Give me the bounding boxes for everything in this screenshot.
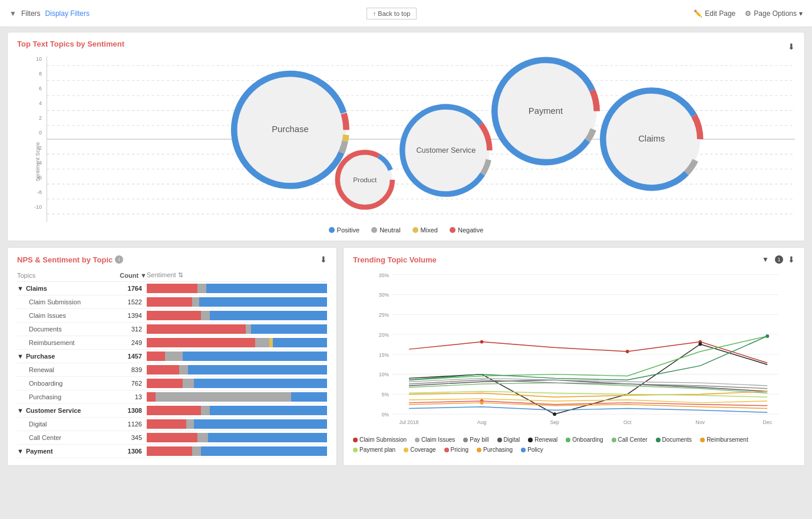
sort-icon: ⇅ — [178, 271, 183, 278]
svg-point-59 — [626, 350, 629, 353]
legend-dot-digital — [497, 438, 502, 442]
sentiment-bar-documents — [147, 324, 327, 334]
trending-svg: 35% 30% 25% 20% 15% 10% 5% 0% Jul 2018 A… — [353, 269, 795, 434]
legend-negative: Negative — [450, 226, 483, 234]
svg-text:35%: 35% — [379, 272, 390, 278]
table-row: Documents 312 — [17, 323, 327, 336]
sentiment-bar-renewal — [147, 365, 327, 375]
bubble-chart-legend: Positive Neutral Mixed Negative — [17, 226, 795, 234]
topic-count-onboarding: 762 — [111, 380, 147, 387]
filter-icon: ▼ — [9, 9, 16, 18]
legend-dot-coverage — [404, 448, 408, 452]
svg-text:Purchase: Purchase — [272, 124, 309, 134]
trending-chart-area: 35% 30% 25% 20% 15% 10% 5% 0% Jul 2018 A… — [353, 269, 795, 434]
sentiment-bar-call-center — [147, 433, 327, 442]
table-row: Renewal 839 — [17, 363, 327, 377]
legend-dot-reimbursement — [700, 438, 705, 442]
edit-page-button[interactable]: ✏️ Edit Page — [694, 9, 735, 18]
trending-title: Trending Topic Volume — [353, 255, 437, 264]
nps-card-header: NPS & Sentiment by Topic i ⬇ — [17, 255, 327, 264]
bubble-svg: Purchase Product Customer Service — [47, 57, 795, 222]
sentiment-bar-payment — [147, 446, 327, 456]
legend-pay-bill: Pay bill — [463, 436, 488, 443]
svg-text:Dec: Dec — [763, 419, 773, 425]
topic-count-claim-submission: 1522 — [111, 298, 147, 306]
svg-point-64 — [765, 334, 769, 338]
legend-positive: Positive — [329, 226, 360, 234]
display-filters-button[interactable]: Display Filters — [45, 9, 90, 18]
topic-name-reimbursement: Reimbursement — [17, 339, 111, 346]
expand-customer-service-icon[interactable]: ▼ — [17, 407, 24, 414]
sentiment-bar-claim-submission — [147, 297, 327, 307]
svg-text:0%: 0% — [382, 412, 390, 418]
bubble-chart-download[interactable]: ⬇ — [788, 42, 795, 51]
trending-filter-icon[interactable]: ▼ — [762, 255, 769, 264]
trending-legend: Claim Submission Claim Issues Pay bill D… — [353, 436, 795, 453]
legend-negative-dot — [450, 227, 455, 233]
svg-text:Aug: Aug — [477, 419, 487, 425]
legend-neutral-dot — [371, 227, 377, 233]
bubble-chart-area: Sentiment Score 10 8 6 4 2 0 -2 -4 -6 -8… — [17, 57, 795, 222]
table-row: Call Center 345 — [17, 431, 327, 445]
nps-download-btn[interactable]: ⬇ — [320, 255, 327, 264]
expand-payment-icon[interactable]: ▼ — [17, 448, 24, 455]
svg-text:25%: 25% — [379, 312, 390, 318]
svg-point-58 — [480, 340, 484, 344]
svg-text:Product: Product — [353, 176, 377, 183]
topic-name-purchase: ▼Purchase — [17, 353, 111, 360]
table-row: ▼Payment 1306 — [17, 445, 327, 458]
legend-coverage: Coverage — [404, 446, 435, 453]
filters-button[interactable]: Filters — [21, 9, 41, 18]
trending-download-btn[interactable]: ⬇ — [788, 255, 795, 264]
trending-card: Trending Topic Volume ▼ 1 ⬇ — [343, 247, 805, 466]
toolbar: ▼ Filters Display Filters ↑ Back to top … — [0, 0, 812, 27]
legend-digital: Digital — [497, 436, 520, 443]
page-options-button[interactable]: ⚙ Page Options ▾ — [745, 9, 803, 18]
legend-call-center: Call Center — [612, 436, 648, 443]
info-icon[interactable]: i — [115, 255, 123, 264]
topic-name-call-center: Call Center — [17, 434, 111, 441]
sentiment-bar-claim-issues — [147, 311, 327, 320]
legend-dot-call-center — [612, 438, 616, 442]
svg-text:5%: 5% — [382, 392, 390, 398]
topic-count-claim-issues: 1394 — [111, 312, 147, 319]
expand-claims-icon[interactable]: ▼ — [17, 285, 24, 292]
topic-name-purchasing: Purchasing — [17, 393, 111, 400]
table-row: Claim Issues 1394 — [17, 309, 327, 323]
topic-count-digital: 1126 — [111, 421, 147, 428]
svg-text:15%: 15% — [379, 352, 390, 358]
table-row: ▼Claims 1764 — [17, 282, 327, 295]
svg-point-62 — [698, 343, 702, 346]
legend-dot-renewal — [528, 438, 533, 442]
table-row: Onboarding 762 — [17, 377, 327, 390]
legend-payment-plan: Payment plan — [353, 446, 395, 453]
expand-purchase-icon[interactable]: ▼ — [17, 353, 24, 360]
legend-renewal: Renewal — [528, 436, 557, 443]
back-to-top-button[interactable]: ↑ Back to top — [367, 8, 417, 19]
sentiment-bar-purchasing — [147, 392, 327, 402]
legend-dot-claim-submission — [353, 438, 358, 442]
legend-policy: Policy — [521, 446, 543, 453]
legend-claim-submission: Claim Submission — [353, 436, 407, 443]
legend-pricing: Pricing — [444, 446, 469, 453]
svg-point-66 — [480, 401, 484, 405]
col-sentiment-header: Sentiment ⇅ — [147, 271, 327, 279]
bubble-chart-card: Top Text Topics by Sentiment ⬇ Sentiment… — [7, 32, 805, 241]
bottom-row: NPS & Sentiment by Topic i ⬇ Topics Coun… — [7, 247, 805, 472]
sentiment-bar-customer-service — [147, 406, 327, 415]
col-count-header[interactable]: Count ▼ — [111, 272, 147, 279]
sentiment-bar-onboarding — [147, 379, 327, 388]
trending-card-header: Trending Topic Volume ▼ 1 ⬇ — [353, 255, 795, 264]
topic-count-purchasing: 13 — [111, 393, 147, 400]
topic-name-documents: Documents — [17, 326, 111, 333]
table-row: Purchasing 13 — [17, 390, 327, 404]
topic-name-digital: Digital — [17, 421, 111, 428]
table-row: Reimbursement 249 — [17, 336, 327, 350]
legend-dot-payment-plan — [353, 448, 358, 452]
gear-icon: ⚙ — [745, 9, 751, 18]
legend-purchasing: Purchasing — [477, 446, 513, 453]
legend-dot-documents — [656, 438, 661, 442]
topic-name-claim-issues: Claim Issues — [17, 312, 111, 319]
nps-header-actions: ⬇ — [320, 255, 327, 264]
chevron-down-icon: ▾ — [799, 9, 803, 18]
